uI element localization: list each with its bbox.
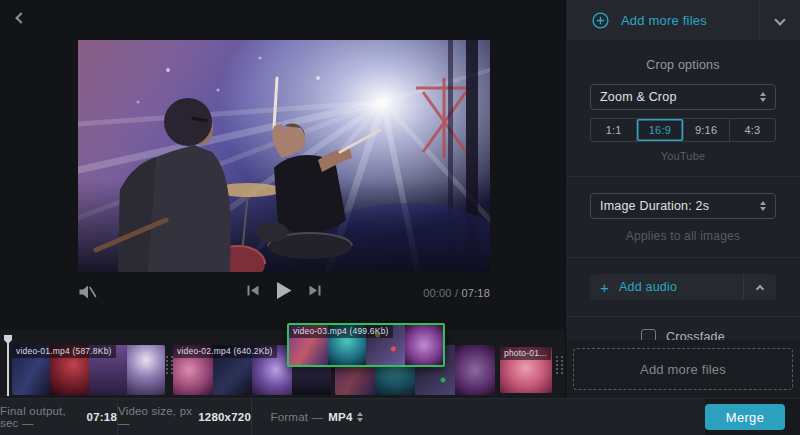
platform-hint: YouTube [566, 150, 800, 162]
crop-mode-value: Zoom & Crop [600, 90, 677, 104]
image-duration-select[interactable]: Image Duration: 2s [590, 193, 776, 219]
player-controls: 00:00 / 07:18 [78, 281, 490, 307]
clip-drag-handle[interactable] [166, 356, 173, 374]
playhead[interactable] [7, 336, 9, 396]
clip-drag-handle[interactable] [556, 356, 563, 374]
crop-mode-select[interactable]: Zoom & Crop [590, 84, 776, 110]
plus-icon: + [600, 280, 609, 295]
thumbnail [127, 345, 165, 395]
section-divider [566, 257, 800, 258]
select-stepper-icon [760, 201, 766, 211]
current-time: 00:00 [423, 287, 452, 299]
timeline: video-01.mp4 (587.8Kb) video-02.mp4 (640… [0, 330, 565, 398]
final-output-stat: Final output, sec — 07:18 [0, 399, 118, 435]
sidebar-bottom-area: Add more files [566, 340, 800, 398]
status-bar: Final output, sec — 07:18 Video size, px… [0, 398, 800, 435]
thumbnail [455, 345, 495, 395]
aspect-ratio-group: 1:1 16:9 9:16 4:3 [590, 118, 776, 142]
add-audio-button[interactable]: + Add audio [590, 274, 743, 300]
previous-frame-button[interactable] [247, 284, 260, 297]
chevron-left-icon [15, 12, 26, 23]
ratio-1-1-button[interactable]: 1:1 [591, 119, 637, 141]
timeline-clip-video-03-selected[interactable]: video-03.mp4 (499.6Kb) [287, 323, 445, 367]
ratio-9-16-button[interactable]: 9:16 [684, 119, 730, 141]
chevron-down-icon [774, 14, 785, 25]
concert-video-frame [78, 40, 490, 272]
final-output-label: Final output, sec — [0, 405, 82, 429]
back-button[interactable] [8, 4, 34, 30]
time-separator: / [455, 287, 458, 299]
video-size-stat: Video size, px — 1280x720 [118, 399, 252, 435]
ratio-16-9-button[interactable]: 16:9 [637, 119, 683, 141]
timeline-clip-photo-01[interactable]: photo-01... [500, 347, 552, 393]
collapse-panel-button[interactable] [760, 0, 800, 40]
mute-button[interactable] [78, 284, 97, 303]
dropzone-label: Add more files [640, 362, 726, 377]
playback-time: 00:00 / 07:18 [423, 287, 490, 299]
image-duration-value: Image Duration: 2s [600, 199, 709, 213]
timeline-clip-video-01[interactable]: video-01.mp4 (587.8Kb) [12, 345, 165, 395]
volume-muted-icon [78, 284, 97, 300]
duration-helper-text: Applies to all images [566, 229, 800, 243]
play-icon [276, 281, 293, 300]
section-divider [566, 176, 800, 177]
merge-button[interactable]: Merge [705, 404, 785, 430]
thumbnail [405, 325, 444, 365]
select-stepper-icon [357, 412, 363, 422]
video-size-label: Video size, px — [118, 405, 193, 429]
format-select[interactable]: Format — MP4 [252, 399, 382, 435]
skip-forward-icon [309, 284, 322, 297]
crop-options-title: Crop options [566, 58, 800, 72]
add-more-files-header-label: Add more files [621, 13, 759, 28]
ratio-4-3-button[interactable]: 4:3 [730, 119, 775, 141]
collapse-audio-button[interactable] [744, 274, 776, 300]
add-audio-row: + Add audio [590, 274, 776, 300]
clip-filename: photo-01... [500, 347, 551, 360]
section-divider [566, 316, 800, 317]
total-time: 07:18 [461, 287, 490, 299]
skip-back-icon [247, 284, 260, 297]
video-merger-app: 00:00 / 07:18 video-01.mp4 (587.8Kb) vid… [0, 0, 800, 435]
final-output-value: 07:18 [87, 411, 117, 423]
format-value: MP4 [328, 411, 352, 423]
sidebar: Add more files Crop options Zoom & Crop … [565, 0, 800, 398]
select-stepper-icon [760, 92, 766, 102]
video-preview[interactable] [78, 40, 490, 272]
next-frame-button[interactable] [309, 284, 322, 297]
plus-circle-icon [592, 12, 609, 29]
video-size-value: 1280x720 [198, 411, 251, 423]
format-label: Format — [271, 411, 324, 423]
clip-filename: video-03.mp4 (499.6Kb) [289, 325, 393, 338]
merge-area: Merge [705, 399, 800, 435]
clip-filename: video-02.mp4 (640.2Kb) [173, 345, 277, 358]
add-more-files-dropzone[interactable]: Add more files [573, 348, 793, 390]
clip-filename: video-01.mp4 (587.8Kb) [12, 345, 116, 358]
chevron-up-icon [756, 284, 764, 292]
add-audio-label: Add audio [619, 280, 677, 294]
play-button[interactable] [276, 281, 293, 300]
add-more-files-header-button[interactable]: Add more files [566, 0, 800, 40]
